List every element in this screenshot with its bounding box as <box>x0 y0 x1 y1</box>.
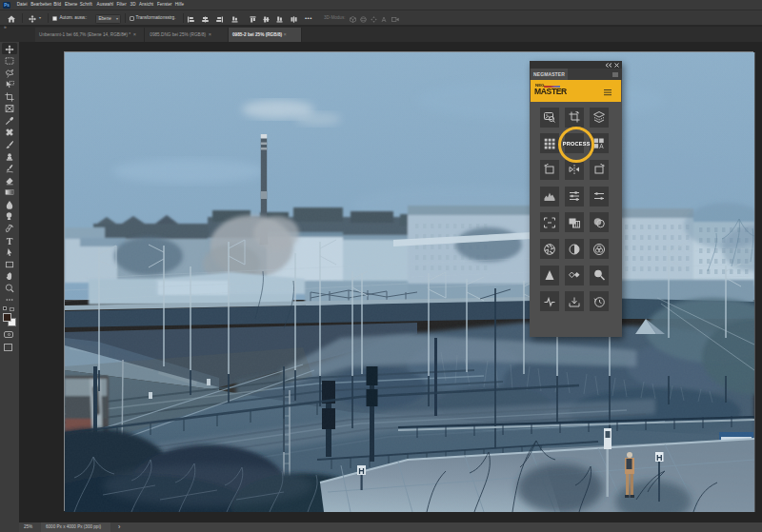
svg-text:T: T <box>6 236 12 246</box>
